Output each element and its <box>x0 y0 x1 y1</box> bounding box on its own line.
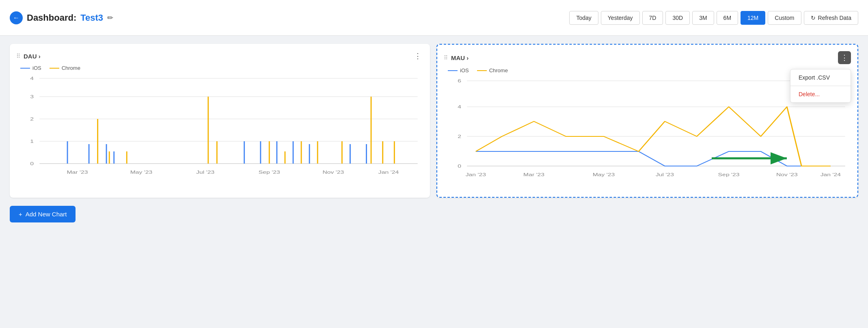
svg-text:Jul '23: Jul '23 <box>656 172 674 177</box>
svg-text:1: 1 <box>30 139 34 144</box>
header: ← Dashboard: Test3 ✏ Today Yesterday 7D … <box>0 0 868 36</box>
add-new-chart-button[interactable]: + Add New Chart <box>10 206 76 222</box>
mau-legend-chrome: Chrome <box>477 67 508 73</box>
add-chart-icon: + <box>19 211 22 218</box>
add-chart-label: Add New Chart <box>26 211 67 218</box>
time-filter-7d[interactable]: 7D <box>642 11 663 25</box>
time-filter-30d[interactable]: 30D <box>665 11 690 25</box>
time-filter-yesterday[interactable]: Yesterday <box>601 11 640 25</box>
mau-legend-ios: iOS <box>448 67 469 73</box>
svg-text:Jan '23: Jan '23 <box>466 172 486 177</box>
edit-icon[interactable]: ✏ <box>107 13 113 22</box>
svg-text:Sep '23: Sep '23 <box>259 170 280 175</box>
mau-ios-line <box>448 70 458 71</box>
svg-text:0: 0 <box>458 164 461 168</box>
svg-text:Jan '24: Jan '24 <box>378 170 399 175</box>
time-filter-3m[interactable]: 3M <box>692 11 714 25</box>
header-left: ← Dashboard: Test3 ✏ <box>10 11 113 24</box>
svg-text:0: 0 <box>30 161 34 166</box>
mau-ios-label: iOS <box>460 67 469 73</box>
dau-chart-title[interactable]: DAU › <box>24 53 41 60</box>
svg-text:Jul '23: Jul '23 <box>196 170 214 175</box>
dau-ios-line <box>20 68 30 69</box>
dau-ios-label: iOS <box>32 65 41 71</box>
dropdown-menu: Export .CSV Delete... <box>790 69 851 103</box>
dashboard-label: Dashboard: <box>27 13 76 23</box>
svg-text:May '23: May '23 <box>593 172 615 177</box>
time-filter-6m[interactable]: 6M <box>717 11 738 25</box>
svg-text:3: 3 <box>30 94 34 99</box>
dau-chrome-label: Chrome <box>62 65 80 71</box>
back-icon: ← <box>13 14 19 22</box>
svg-text:Nov '23: Nov '23 <box>776 172 798 177</box>
delete-item[interactable]: Delete... <box>790 86 851 102</box>
svg-text:4: 4 <box>458 104 461 109</box>
svg-text:Mar '23: Mar '23 <box>67 170 88 175</box>
dau-legend-chrome: Chrome <box>50 65 80 71</box>
dashboard-name: Test3 <box>80 13 103 23</box>
dau-drag-handle[interactable]: ⠿ <box>16 53 20 59</box>
header-right: Today Yesterday 7D 30D 3M 6M 12M Custom … <box>569 11 858 25</box>
svg-text:2: 2 <box>458 134 461 139</box>
refresh-data-button[interactable]: ↻ Refresh Data <box>804 11 858 25</box>
dau-chart-header: ⠿ DAU › ⋮ <box>16 50 423 62</box>
mau-title-area: ⠿ MAU › <box>444 54 469 61</box>
svg-text:Mar '23: Mar '23 <box>523 172 544 177</box>
refresh-label: Refresh Data <box>818 15 851 21</box>
back-button[interactable]: ← <box>10 11 23 24</box>
mau-chrome-line <box>477 70 487 71</box>
time-filter-12m[interactable]: 12M <box>741 11 765 25</box>
dau-legend-ios: iOS <box>20 65 41 71</box>
mau-chart-title[interactable]: MAU › <box>451 54 469 61</box>
dau-chart-card: ⠿ DAU › ⋮ iOS Chrome <box>10 44 430 198</box>
dau-title-area: ⠿ DAU › <box>16 53 41 60</box>
svg-text:Nov '23: Nov '23 <box>322 170 344 175</box>
time-filter-custom[interactable]: Custom <box>768 11 801 25</box>
dau-chart-area: 0 1 2 3 4 Mar '23 May '23 Jul '23 Sep '2… <box>16 74 423 188</box>
mau-more-button[interactable]: ⋮ <box>838 51 851 64</box>
mau-chart-card: ⠿ MAU › ⋮ iOS Chrome <box>436 44 858 198</box>
svg-text:Jan '24: Jan '24 <box>820 172 841 177</box>
mau-chart-header: ⠿ MAU › ⋮ <box>444 51 851 64</box>
export-csv-item[interactable]: Export .CSV <box>790 69 851 86</box>
mau-chrome-label: Chrome <box>489 67 508 73</box>
mau-drag-handle[interactable]: ⠿ <box>444 54 448 61</box>
svg-text:May '23: May '23 <box>130 170 153 175</box>
svg-text:6: 6 <box>458 78 461 83</box>
svg-text:Sep '23: Sep '23 <box>718 172 740 177</box>
dau-legend: iOS Chrome <box>20 65 423 71</box>
svg-text:2: 2 <box>30 117 34 121</box>
refresh-icon: ↻ <box>811 15 816 21</box>
dau-more-button[interactable]: ⋮ <box>412 50 423 62</box>
time-filter-today[interactable]: Today <box>569 11 598 25</box>
dau-chrome-line <box>50 68 59 69</box>
charts-row: ⠿ DAU › ⋮ iOS Chrome <box>10 44 858 198</box>
main-content: ⠿ DAU › ⋮ iOS Chrome <box>0 36 868 231</box>
svg-text:4: 4 <box>30 76 34 81</box>
